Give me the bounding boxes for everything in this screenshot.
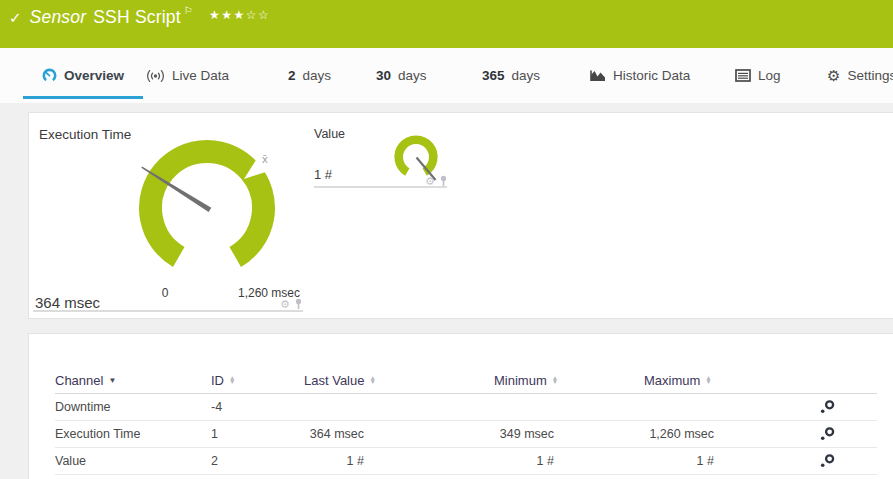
tab-log-label: Log (758, 68, 781, 83)
mean-marker-label: x̄ (262, 153, 268, 165)
maximum-value: 1 # (644, 454, 714, 468)
sort-icon: ▲▼ (229, 376, 235, 384)
channel-settings-icon[interactable] (820, 427, 877, 441)
execution-time-gauge-arc (151, 151, 264, 256)
last-value: 1 # (304, 454, 364, 468)
page-title: SensorSSH Script⚐ (30, 7, 193, 28)
tab-2-days-number: 2 (288, 68, 296, 83)
sensor-name: SSH Script (93, 7, 181, 27)
table-header-row: Channel ▼ ID ▲▼ Last Value ▲▼ Minimum ▲▼ (55, 367, 877, 394)
area-chart-icon (590, 69, 606, 82)
value-gauge-arc (399, 140, 434, 172)
column-header-minimum[interactable]: Minimum ▲▼ (494, 373, 554, 388)
last-value: 364 msec (304, 427, 364, 441)
gear-icon: ⚙ (827, 68, 840, 83)
channel-id: -4 (211, 400, 304, 414)
pin-icon[interactable] (293, 298, 304, 310)
tab-365-days-unit: days (512, 68, 541, 83)
sort-icon: ▲▼ (705, 376, 711, 384)
gauge-scale-max: 1,260 msec (238, 286, 300, 300)
gauges-panel: Execution Time x̄ 0 1,260 msec 364 msec … (28, 112, 893, 319)
channel-name[interactable]: Execution Time (55, 427, 211, 441)
sensor-title-bar: ✓ SensorSSH Script⚐ ★★★☆☆ (0, 0, 893, 48)
tab-settings[interactable]: ⚙ Settings (827, 48, 893, 103)
minimum-value: 349 msec (494, 427, 554, 441)
column-header-maximum[interactable]: Maximum ▲▼ (644, 373, 714, 388)
maximum-header-label: Maximum (644, 373, 700, 388)
flag-icon[interactable]: ⚐ (184, 5, 193, 16)
gauge-title-execution-time: Execution Time (39, 127, 131, 142)
priority-stars[interactable]: ★★★☆☆ (209, 8, 270, 22)
channel-id: 2 (211, 454, 304, 468)
table-row-downtime: Downtime -4 (55, 394, 877, 421)
column-header-id[interactable]: ID ▲▼ (211, 373, 304, 388)
minimum-value: 1 # (494, 454, 554, 468)
tab-settings-label: Settings (847, 68, 893, 83)
tab-30-days[interactable]: 30 days (376, 48, 427, 103)
channel-header-label: Channel (55, 373, 103, 388)
status-ok-check-icon: ✓ (9, 9, 22, 27)
tab-live-data-label: Live Data (172, 68, 229, 83)
execution-time-current-value: 364 msec (35, 294, 100, 311)
sensor-word: Sensor (30, 7, 87, 27)
maximum-value: 1,260 msec (644, 427, 714, 441)
channel-name[interactable]: Downtime (55, 400, 211, 414)
sort-icon: ▲▼ (552, 376, 558, 384)
tab-2-days[interactable]: 2 days (288, 48, 331, 103)
id-header-label: ID (211, 373, 224, 388)
channels-panel: Channel ▼ ID ▲▼ Last Value ▲▼ Minimum ▲▼ (28, 333, 893, 479)
sort-icon: ▲▼ (369, 376, 375, 384)
channels-table: Channel ▼ ID ▲▼ Last Value ▲▼ Minimum ▲▼ (55, 367, 877, 475)
table-row-value: Value 2 1 # 1 # 1 # (55, 448, 877, 475)
gauge-icon (42, 68, 57, 83)
tab-30-days-unit: days (398, 68, 427, 83)
table-row-execution-time: Execution Time 1 364 msec 349 msec 1,260… (55, 421, 877, 448)
channel-id: 1 (211, 427, 304, 441)
tab-overview[interactable]: Overview (23, 48, 143, 103)
tab-historic-data-label: Historic Data (613, 68, 690, 83)
gauge-settings-gear-icon[interactable]: ⚙ (280, 299, 290, 310)
gauge-title-value: Value (314, 127, 345, 141)
gauge-divider (33, 310, 303, 312)
sort-desc-icon: ▼ (108, 376, 116, 385)
tab-historic-data[interactable]: Historic Data (590, 48, 690, 103)
gauge-divider (314, 186, 447, 188)
tab-365-days[interactable]: 365 days (482, 48, 540, 103)
column-header-channel[interactable]: Channel ▼ (55, 373, 211, 388)
column-header-last-value[interactable]: Last Value ▲▼ (304, 373, 364, 388)
channel-name[interactable]: Value (55, 454, 211, 468)
last-value-header-label: Last Value (304, 373, 364, 388)
channel-settings-icon[interactable] (820, 400, 877, 414)
log-list-icon (735, 69, 751, 82)
tab-log[interactable]: Log (735, 48, 781, 103)
value-current-value: 1 # (314, 167, 332, 182)
page-content: Execution Time x̄ 0 1,260 msec 364 msec … (0, 103, 893, 479)
tab-overview-label: Overview (64, 68, 124, 83)
tab-2-days-unit: days (303, 68, 332, 83)
live-data-icon (146, 69, 165, 83)
tab-365-days-number: 365 (482, 68, 505, 83)
tab-bar: Overview Live Data 2 days 30 days 365 da… (0, 48, 893, 103)
tab-30-days-number: 30 (376, 68, 391, 83)
gauge-scale-min: 0 (153, 286, 177, 300)
channel-settings-icon[interactable] (820, 454, 877, 468)
tab-live-data[interactable]: Live Data (146, 48, 229, 103)
minimum-header-label: Minimum (494, 373, 547, 388)
